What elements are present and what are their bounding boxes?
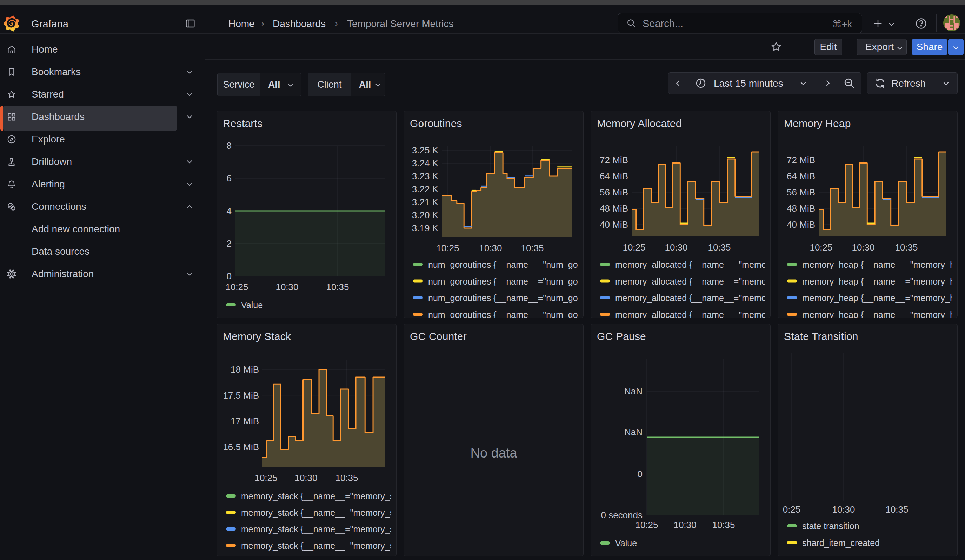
svg-text:40 MiB: 40 MiB xyxy=(600,219,628,230)
svg-text:memory_heap {__name__="memory_: memory_heap {__name__="memory_heap", ins… xyxy=(802,260,958,269)
svg-text:17.5 MiB: 17.5 MiB xyxy=(223,390,259,401)
svg-text:num_goroutines {__name__="num_: num_goroutines {__name__="num_goroutines… xyxy=(428,310,584,318)
svg-text:10:35: 10:35 xyxy=(326,282,349,292)
svg-text:64 MiB: 64 MiB xyxy=(787,171,815,181)
svg-text:10:30: 10:30 xyxy=(674,520,696,530)
svg-text:shard_item_created: shard_item_created xyxy=(802,538,880,548)
svg-text:10:25: 10:25 xyxy=(254,473,277,483)
svg-text:Value: Value xyxy=(615,538,637,548)
svg-text:0: 0 xyxy=(227,271,232,281)
svg-text:10:35: 10:35 xyxy=(708,242,731,253)
svg-text:6: 6 xyxy=(227,173,232,183)
svg-text:8: 8 xyxy=(227,140,232,151)
svg-text:10:35: 10:35 xyxy=(895,242,918,253)
svg-text:16.5 MiB: 16.5 MiB xyxy=(223,442,259,452)
svg-text:Value: Value xyxy=(241,300,263,310)
svg-text:10:25: 10:25 xyxy=(810,242,833,253)
svg-text:0 seconds: 0 seconds xyxy=(601,510,643,520)
svg-text:18 MiB: 18 MiB xyxy=(231,364,259,375)
svg-text:64 MiB: 64 MiB xyxy=(600,171,628,181)
svg-text:memory_heap {__name__="memory_: memory_heap {__name__="memory_heap", ins… xyxy=(802,293,958,303)
svg-text:10:30: 10:30 xyxy=(294,473,317,483)
svg-text:num_goroutines {__name__="num_: num_goroutines {__name__="num_goroutines… xyxy=(428,293,584,303)
svg-text:0: 0 xyxy=(638,469,643,479)
svg-text:56 MiB: 56 MiB xyxy=(600,187,628,198)
svg-text:memory_allocated {__name__="me: memory_allocated {__name__="memory_alloc… xyxy=(615,310,770,318)
svg-text:4: 4 xyxy=(227,206,232,216)
svg-text:3.24 K: 3.24 K xyxy=(412,158,438,168)
svg-text:10:25: 10:25 xyxy=(623,242,645,253)
svg-text:3.23 K: 3.23 K xyxy=(412,171,438,181)
svg-text:10:30: 10:30 xyxy=(665,242,687,253)
svg-text:memory_stack {__name__="memory: memory_stack {__name__="memory_stack", i xyxy=(241,524,396,534)
svg-text:10:35: 10:35 xyxy=(521,243,543,253)
svg-text:10:30: 10:30 xyxy=(275,282,298,292)
svg-text:0:25: 0:25 xyxy=(783,504,801,515)
svg-text:memory_allocated {__name__="me: memory_allocated {__name__="memory_alloc… xyxy=(615,276,770,286)
svg-text:NaN: NaN xyxy=(624,427,643,437)
svg-text:17 MiB: 17 MiB xyxy=(231,416,259,426)
svg-text:3.20 K: 3.20 K xyxy=(412,210,438,220)
svg-text:memory_allocated {__name__="me: memory_allocated {__name__="memory_alloc… xyxy=(615,260,770,269)
svg-text:10:35: 10:35 xyxy=(712,520,735,530)
svg-text:memory_stack {__name__="memory: memory_stack {__name__="memory_stack", i xyxy=(241,508,396,518)
svg-text:num_goroutines {__name__="num_: num_goroutines {__name__="num_goroutines… xyxy=(428,276,584,286)
svg-text:2: 2 xyxy=(227,238,232,249)
svg-text:3.22 K: 3.22 K xyxy=(412,184,438,194)
svg-text:num_goroutines {__name__="num_: num_goroutines {__name__="num_goroutines… xyxy=(428,260,584,269)
svg-text:10:30: 10:30 xyxy=(832,504,855,515)
svg-text:56 MiB: 56 MiB xyxy=(787,187,815,198)
svg-text:10:30: 10:30 xyxy=(852,242,875,253)
svg-text:memory_stack {__name__="memory: memory_stack {__name__="memory_stack", i xyxy=(241,491,396,501)
svg-text:72 MiB: 72 MiB xyxy=(600,155,628,165)
svg-text:state transition: state transition xyxy=(802,521,859,531)
svg-text:72 MiB: 72 MiB xyxy=(787,155,815,165)
svg-text:10:25: 10:25 xyxy=(635,520,658,530)
svg-text:10:25: 10:25 xyxy=(225,282,248,292)
svg-text:3.19 K: 3.19 K xyxy=(412,223,438,233)
svg-text:NaN: NaN xyxy=(624,386,643,397)
svg-text:memory_allocated {__name__="me: memory_allocated {__name__="memory_alloc… xyxy=(615,293,770,303)
svg-text:memory_stack {__name__="memory: memory_stack {__name__="memory_stack", i xyxy=(241,541,396,550)
svg-text:10:35: 10:35 xyxy=(885,504,908,515)
svg-text:10:35: 10:35 xyxy=(335,473,358,483)
svg-text:10:25: 10:25 xyxy=(436,243,459,253)
svg-text:No data: No data xyxy=(470,446,517,460)
svg-text:memory_heap {__name__="memory_: memory_heap {__name__="memory_heap", ins… xyxy=(802,310,958,318)
svg-text:memory_heap {__name__="memory_: memory_heap {__name__="memory_heap", ins… xyxy=(802,276,958,286)
svg-text:10:30: 10:30 xyxy=(479,243,502,253)
svg-text:40 MiB: 40 MiB xyxy=(787,219,815,230)
svg-text:48 MiB: 48 MiB xyxy=(787,203,815,214)
svg-text:48 MiB: 48 MiB xyxy=(600,203,628,214)
svg-text:3.21 K: 3.21 K xyxy=(412,197,438,207)
svg-text:3.25 K: 3.25 K xyxy=(412,145,438,155)
